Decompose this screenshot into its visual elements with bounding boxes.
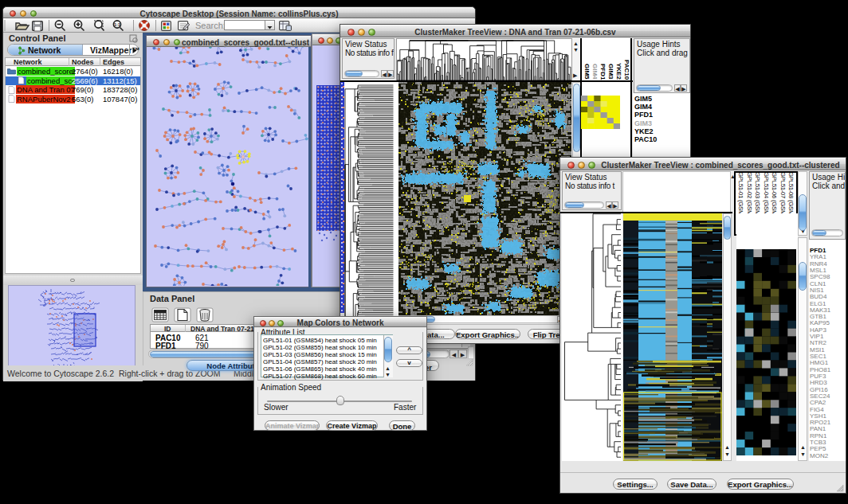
svg-text:1:1: 1:1 [114,22,120,27]
